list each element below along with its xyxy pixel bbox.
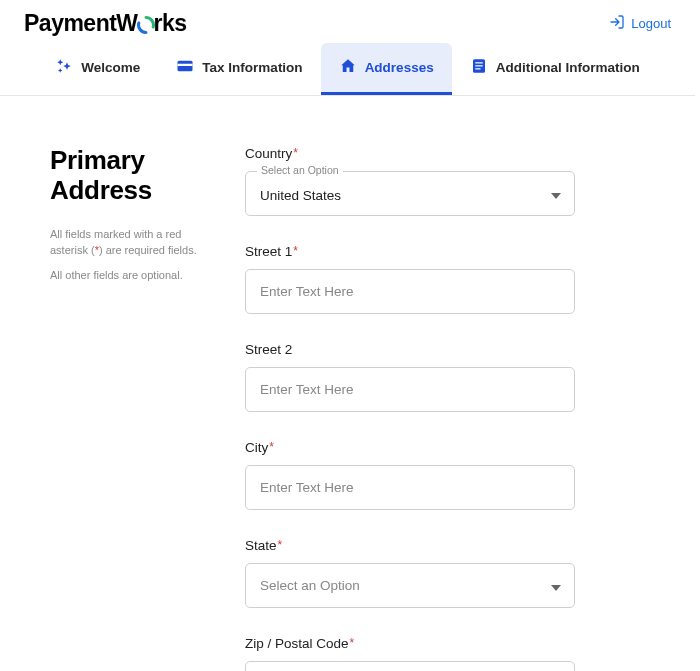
country-value: United States: [245, 171, 575, 216]
zip-input[interactable]: [245, 661, 575, 671]
sparkle-icon: [55, 57, 73, 78]
logo: PaymentW rks: [24, 10, 187, 37]
tab-addresses[interactable]: Addresses: [321, 43, 452, 95]
payment-icon: [176, 57, 194, 78]
tab-label: Addresses: [365, 60, 434, 75]
state-value: Select an Option: [245, 563, 575, 608]
logout-button[interactable]: Logout: [609, 14, 671, 33]
street1-input[interactable]: [245, 269, 575, 314]
svg-rect-5: [475, 68, 480, 69]
city-label: City*: [245, 440, 575, 455]
document-icon: [470, 57, 488, 78]
svg-rect-4: [475, 65, 483, 66]
svg-rect-1: [178, 64, 193, 66]
tab-label: Additional Information: [496, 60, 640, 75]
city-input[interactable]: [245, 465, 575, 510]
svg-rect-3: [475, 62, 483, 63]
tab-label: Tax Information: [202, 60, 302, 75]
street2-label: Street 2: [245, 342, 575, 357]
logout-label: Logout: [631, 16, 671, 31]
tab-additional-information[interactable]: Additional Information: [452, 43, 658, 95]
street2-input[interactable]: [245, 367, 575, 412]
tab-welcome[interactable]: Welcome: [37, 43, 158, 95]
tab-label: Welcome: [81, 60, 140, 75]
country-label: Country*: [245, 146, 575, 161]
zip-label: Zip / Postal Code*: [245, 636, 575, 651]
logo-text-2: rks: [154, 10, 187, 37]
logout-icon: [609, 14, 625, 33]
country-dropdown[interactable]: Select an Option United States: [245, 171, 575, 216]
street1-label: Street 1*: [245, 244, 575, 259]
country-float-label: Select an Option: [257, 164, 343, 176]
logo-swirl-icon: [137, 10, 155, 37]
state-dropdown[interactable]: Select an Option: [245, 563, 575, 608]
tabs: Welcome Tax Information Addresses Additi…: [0, 43, 695, 96]
home-icon: [339, 57, 357, 78]
optional-note: All other fields are optional.: [50, 267, 205, 284]
tab-tax-information[interactable]: Tax Information: [158, 43, 320, 95]
state-label: State*: [245, 538, 575, 553]
logo-text-1: PaymentW: [24, 10, 138, 37]
required-note: All fields marked with a red asterisk (*…: [50, 226, 205, 259]
page-title: Primary Address: [50, 146, 205, 206]
